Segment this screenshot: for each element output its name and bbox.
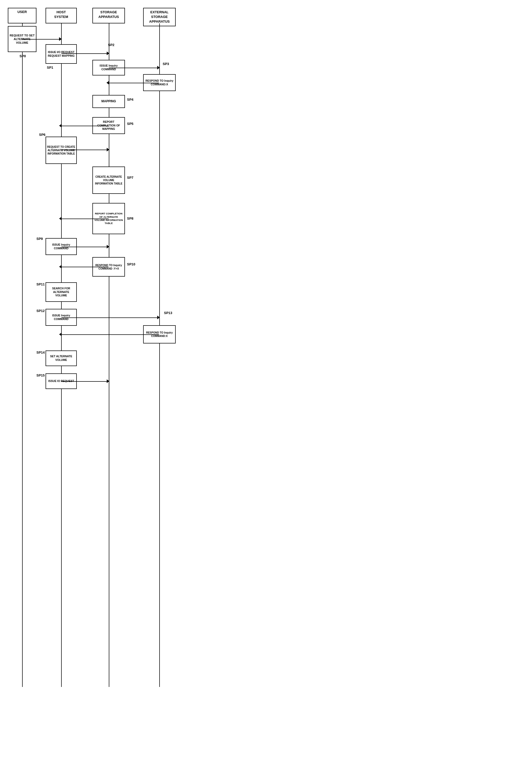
arrow-host-to-external-1-head [157,316,160,319]
box-issue-io-request-mapping: ISSUE I/O REQUEST REQUEST MAPPING [46,44,77,64]
arrow-external-to-storage-1-head [106,81,109,85]
box-create-alt-vol-table: CREATE ALTERNATE VOLUME INFORMATION TABL… [92,167,125,194]
arrow-host-to-storage-1 [61,53,108,54]
col-host: HOSTSYSTEM [46,8,77,23]
label-sp1: SP1 [47,65,53,69]
label-sp15: SP15 [36,374,45,377]
arrow-host-to-storage-1-head [107,52,109,55]
arrow-user-to-host-line [22,39,61,40]
arrow-external-to-host-1-head [59,333,62,336]
arrow-storage-to-external-1 [109,68,159,68]
arrow-storage-to-host-1 [61,126,108,126]
col-storage: STORAGEAPPARATUS [92,8,125,23]
label-sp12: SP12 [36,309,45,313]
arrow-external-to-storage-1 [109,83,159,83]
box-request-create-alt-vol-table: REQUEST TO CREATE ALTERNATE VOLUME INFOR… [46,137,77,164]
box-search-alt-vol: SEARCH FOR ALTERNATE VOLUME [46,282,77,302]
label-sp2: SP2 [108,43,114,47]
label-sp5: SP5 [127,122,134,126]
arrow-host-to-storage-3-head [107,245,109,249]
arrow-user-to-host [59,37,62,41]
label-sp4: SP4 [127,98,134,101]
arrow-external-to-host-1 [61,334,159,335]
arrow-storage-to-host-1-head [59,124,62,128]
label-sp9: SP9 [36,237,43,241]
label-sp7: SP7 [127,176,134,180]
arrow-host-to-storage-2-head [107,148,109,151]
arrow-host-to-storage-4 [61,381,108,382]
arrow-host-to-external-1 [61,317,159,318]
arrow-storage-to-host-3 [61,267,108,267]
vline-user [22,23,22,687]
label-sp10: SP10 [127,262,135,266]
label-sp13: SP13 [164,311,172,315]
arrow-storage-to-host-2-head [59,217,62,220]
vline-external [159,23,160,687]
arrow-storage-to-host-2 [61,219,108,219]
arrow-storage-to-host-3-head [59,265,62,268]
label-sp3: SP3 [163,62,169,66]
col-user: USER [8,8,36,23]
arrow-host-to-storage-3 [61,247,108,247]
arrow-host-to-storage-2 [61,150,108,150]
box-set-alt-vol: SET ALTERNATE VOLUME [46,350,77,366]
arrow-storage-to-external-1-head [157,66,160,69]
sequence-diagram: USER HOSTSYSTEM STORAGEAPPARATUS EXTERNA… [5,5,177,682]
label-sp6: SP6 [39,133,46,137]
label-sp8: SP8 [127,217,134,220]
label-sp11: SP11 [36,282,45,286]
label-sp14: SP14 [36,350,45,354]
arrow-host-to-storage-4-head [107,380,109,383]
label-sp0: SP0 [20,54,26,58]
box-mapping: MAPPING [92,95,125,108]
